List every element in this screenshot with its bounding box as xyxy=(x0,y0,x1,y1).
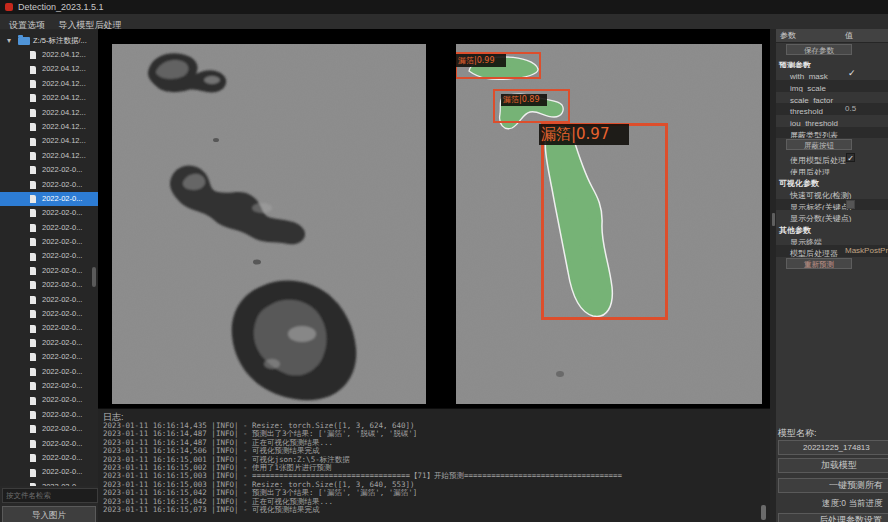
tree-item-label: 2022-02-0... xyxy=(42,465,82,479)
tree-item-label: 2022-02-0... xyxy=(42,365,82,379)
tree-item[interactable]: 2022.04.12... xyxy=(0,120,98,134)
tree-item[interactable]: 2022-02-0... xyxy=(0,480,98,486)
tree-item-label: 2022-02-0... xyxy=(42,336,82,350)
predict-all-button[interactable]: 一键预测所有 xyxy=(778,478,888,493)
param-row[interactable]: 使用模型后处理✓ xyxy=(776,152,888,164)
log-lines: 2023-01-11 16:16:14,435 |INFO| - Resize:… xyxy=(103,422,763,514)
tree-item[interactable]: 2022-02-0... xyxy=(0,321,98,335)
search-input[interactable] xyxy=(2,488,98,503)
tree-item[interactable]: 2022.04.12... xyxy=(0,91,98,105)
tree-root-node[interactable]: ▾ Z:/5-标注数据/... xyxy=(0,30,98,48)
param-section: 可视化参数 xyxy=(776,175,888,187)
file-icon xyxy=(30,469,36,477)
param-row[interactable]: img_scale xyxy=(776,80,888,92)
tree-scrollbar[interactable] xyxy=(92,267,96,287)
tree-item-label: 2022-02-0... xyxy=(42,264,82,278)
prediction-image-panel[interactable]: 漏箔|0.99漏箔|0.89漏箔|0.97 xyxy=(456,44,762,404)
tree-item-label: 2022-02-0... xyxy=(42,235,82,249)
tree-item-label: 2022-02-0... xyxy=(42,393,82,407)
detection-box xyxy=(541,123,668,320)
param-row[interactable]: 模型后处理器MaskPostPro xyxy=(776,245,888,257)
param-row[interactable]: with_mask✓ xyxy=(776,68,888,80)
param-action-button[interactable]: 屏蔽按钮 xyxy=(786,139,852,150)
tree-item-label: 2022-02-0... xyxy=(42,206,82,220)
file-icon xyxy=(30,483,36,486)
tree-item[interactable]: 2022-02-0... xyxy=(0,451,98,465)
tree-item-label: 2022-02-0... xyxy=(42,192,82,206)
param-action-button[interactable]: 保存参数 xyxy=(786,44,852,55)
detection-label: 漏箔|0.97 xyxy=(539,124,629,145)
param-label: img_scale xyxy=(790,84,826,92)
file-icon xyxy=(30,51,36,59)
param-row[interactable]: iou_threshold xyxy=(776,115,888,127)
tree-item-label: 2022-02-0... xyxy=(42,321,82,335)
app-window: { "titlebar": { "title": "Detection_2023… xyxy=(0,0,888,522)
tree-root-label: Z:/5-标注数据/... xyxy=(33,33,87,48)
param-row[interactable]: 显示分数(关键点) xyxy=(776,210,888,222)
chevron-down-icon[interactable]: ▾ xyxy=(7,33,11,48)
tree-item[interactable]: 2022-02-0... xyxy=(0,350,98,364)
tree-item[interactable]: 2022-02-0... xyxy=(0,264,98,278)
param-section: 其他参数 xyxy=(776,222,888,234)
original-image-panel[interactable] xyxy=(112,44,426,404)
checkbox[interactable] xyxy=(846,200,855,209)
param-row[interactable]: 显示终端 xyxy=(776,234,888,246)
app-icon xyxy=(5,3,13,11)
params-scrollbar[interactable] xyxy=(772,213,775,226)
tree-item[interactable]: 2022-02-0... xyxy=(0,437,98,451)
tree-item[interactable]: 2022.04.12... xyxy=(0,149,98,163)
folder-icon xyxy=(18,37,30,45)
param-label: 屏蔽类型列表 xyxy=(790,131,838,139)
param-action-button[interactable]: 重新预测 xyxy=(786,258,852,269)
tree-item[interactable]: 2022-02-0... xyxy=(0,422,98,436)
param-row[interactable]: scale_factor xyxy=(776,92,888,104)
checkbox[interactable]: ✓ xyxy=(846,153,855,162)
model-name-field[interactable]: 20221225_174813 xyxy=(778,440,888,455)
tree-item[interactable]: 2022.04.12... xyxy=(0,48,98,62)
file-icon xyxy=(30,397,36,405)
tree-item[interactable]: 2022.04.12... xyxy=(0,134,98,148)
tree-item[interactable]: 2022-02-0... xyxy=(0,278,98,292)
tree-item[interactable]: 2022-02-0... xyxy=(0,221,98,235)
param-row[interactable]: threshold0.5 xyxy=(776,103,888,115)
tree-item[interactable]: 2022-02-0... xyxy=(0,206,98,220)
tree-item-label: 2022-02-0... xyxy=(42,480,82,486)
param-section-label: 可视化参数 xyxy=(779,179,819,187)
tree-item[interactable]: 2022-02-0... xyxy=(0,365,98,379)
file-icon xyxy=(30,181,36,189)
tree-item[interactable]: 2022.04.12... xyxy=(0,62,98,76)
param-label: 显示分数(关键点) xyxy=(790,214,851,222)
tree-item[interactable]: 2022-02-0... xyxy=(0,235,98,249)
param-row[interactable]: 屏蔽类型列表 xyxy=(776,127,888,139)
tree-item[interactable]: 2022-02-0... xyxy=(0,178,98,192)
tree-item[interactable]: 2022-02-0... xyxy=(0,393,98,407)
column-header-value: 值 xyxy=(845,29,853,42)
file-icon xyxy=(30,425,36,433)
model-name-label: 模型名称: xyxy=(778,427,817,440)
file-icon xyxy=(30,123,36,131)
check-icon: ✓ xyxy=(848,68,856,80)
file-icon xyxy=(30,296,36,304)
tree-item-label: 2022-02-0... xyxy=(42,422,82,436)
param-row[interactable]: 快速可视化(检测) xyxy=(776,187,888,199)
tree-item[interactable]: 2022-02-0... xyxy=(0,379,98,393)
tree-item[interactable]: 2022.04.12... xyxy=(0,106,98,120)
tree-item[interactable]: 2022-02-0... xyxy=(0,192,98,206)
tree-item[interactable]: 2022-02-0... xyxy=(0,307,98,321)
tree-item[interactable]: 2022-02-0... xyxy=(0,408,98,422)
param-row[interactable]: 使用后处理 xyxy=(776,164,888,176)
tree-item[interactable]: 2022-02-0... xyxy=(0,163,98,177)
param-row[interactable]: 显示标签(关键点) xyxy=(776,199,888,211)
tree-item-label: 2022-02-0... xyxy=(42,249,82,263)
import-images-button[interactable]: 导入图片 xyxy=(2,506,96,522)
load-model-button[interactable]: 加载模型 xyxy=(778,458,888,473)
log-scrollbar[interactable] xyxy=(761,505,766,520)
tree-item[interactable]: 2022-02-0... xyxy=(0,465,98,479)
tree-item[interactable]: 2022.04.12... xyxy=(0,77,98,91)
tree-item-label: 2022.04.12... xyxy=(42,62,86,76)
file-icon xyxy=(30,66,36,74)
tree-item[interactable]: 2022-02-0... xyxy=(0,293,98,307)
postprocess-params-button[interactable]: 后处理参数设置 xyxy=(778,513,888,522)
tree-item[interactable]: 2022-02-0... xyxy=(0,249,98,263)
tree-item[interactable]: 2022-02-0... xyxy=(0,336,98,350)
